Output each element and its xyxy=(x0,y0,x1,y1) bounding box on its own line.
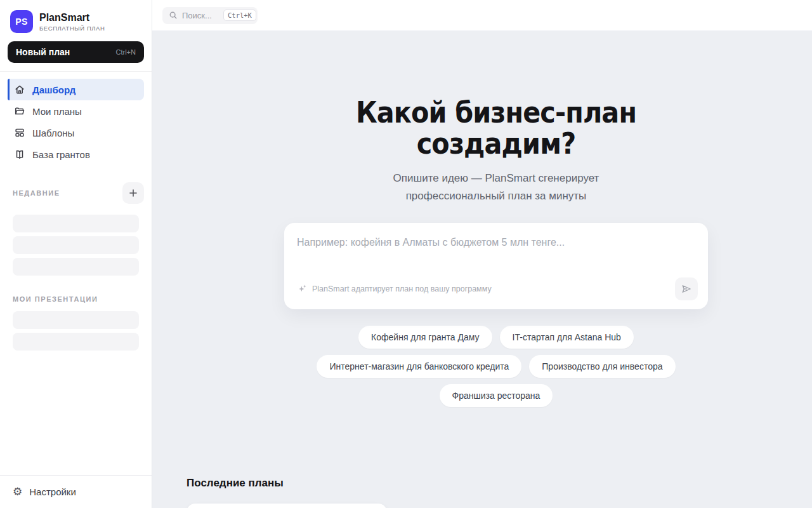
hero: Какой бизнес-план создадим? Опишите идею… xyxy=(284,97,708,407)
sparkles-icon xyxy=(297,284,307,294)
send-icon xyxy=(681,283,692,295)
search-box[interactable]: Ctrl+K xyxy=(162,7,258,24)
sidebar: PS PlanSmart БЕСПЛАТНЫЙ ПЛАН Новый план … xyxy=(0,0,152,508)
folder-icon xyxy=(14,105,25,117)
new-plan-shortcut: Ctrl+N xyxy=(116,48,136,56)
presentations-skeleton-list xyxy=(0,303,152,351)
presentations-section-title: МОИ ПРЕЗЕНТАЦИИ xyxy=(13,295,98,303)
recent-plan-skeleton xyxy=(13,258,139,276)
plan-badge: БЕСПЛАТНЫЙ ПЛАН xyxy=(39,25,105,32)
suggestion-chip[interactable]: Кофейня для гранта Даму xyxy=(358,326,492,349)
search-shortcut-badge: Ctrl+K xyxy=(223,10,256,21)
composer-hint: PlanSmart адаптирует план под вашу прогр… xyxy=(312,284,492,293)
new-plan-label: Новый план xyxy=(16,47,70,57)
main-area: Ctrl+K Какой бизнес-план создадим? Опиши… xyxy=(152,0,812,508)
send-button[interactable] xyxy=(675,277,698,300)
templates-icon xyxy=(14,127,25,138)
home-icon xyxy=(14,84,25,95)
plus-icon xyxy=(128,188,138,198)
settings-label: Настройки xyxy=(29,486,76,497)
search-icon xyxy=(169,11,178,20)
composer-footer: PlanSmart адаптирует план под вашу прогр… xyxy=(297,277,698,300)
idea-input[interactable] xyxy=(297,237,695,272)
suggestion-chip[interactable]: Интернет-магазин для банковского кредита xyxy=(317,355,521,378)
search-input[interactable] xyxy=(182,11,219,20)
page-title-line1: Какой бизнес-план xyxy=(310,97,683,128)
sidebar-item-templates[interactable]: Шаблоны xyxy=(8,122,144,144)
brand-name: PlanSmart xyxy=(39,12,105,23)
gear-icon: ⚙ xyxy=(13,486,22,497)
sidebar-header: PS PlanSmart БЕСПЛАТНЫЙ ПЛАН Новый план … xyxy=(0,0,152,72)
book-open-icon xyxy=(14,149,25,160)
new-plan-button[interactable]: Новый план Ctrl+N xyxy=(8,41,144,63)
recent-section-header: НЕДАВНИЕ xyxy=(0,182,152,204)
sidebar-item-label: Мои планы xyxy=(32,106,82,117)
recent-plan-skeleton xyxy=(13,215,139,232)
recent-section-title: НЕДАВНИЕ xyxy=(13,189,60,197)
brand-logo: PS xyxy=(10,10,33,33)
sidebar-nav: Дашборд Мои планы Шаблоны xyxy=(0,72,152,165)
presentation-skeleton xyxy=(13,333,139,351)
plan-card[interactable] xyxy=(187,504,387,508)
presentation-skeleton xyxy=(13,311,139,329)
topbar: Ctrl+K xyxy=(152,0,812,30)
suggestion-chip[interactable]: IT-стартап для Astana Hub xyxy=(500,326,634,349)
brand: PS PlanSmart БЕСПЛАТНЫЙ ПЛАН xyxy=(8,10,144,33)
sidebar-item-grants[interactable]: База грантов xyxy=(8,144,144,165)
suggestion-chips: Кофейня для гранта Даму IT-стартап для A… xyxy=(306,326,686,407)
recent-skeleton-list xyxy=(0,204,152,276)
idea-composer: PlanSmart адаптирует план под вашу прогр… xyxy=(284,223,708,309)
add-recent-button[interactable] xyxy=(122,182,144,204)
recent-plans-section: Последние планы xyxy=(152,477,812,508)
content: Какой бизнес-план создадим? Опишите идею… xyxy=(152,30,812,508)
sidebar-item-label: Шаблоны xyxy=(32,128,74,138)
settings-button[interactable]: ⚙ Настройки xyxy=(0,475,152,508)
recent-plan-skeleton xyxy=(13,236,139,254)
sidebar-item-dashboard[interactable]: Дашборд xyxy=(8,79,144,100)
page-subtitle: Опишите идею — PlanSmart сгенерирует про… xyxy=(369,170,623,205)
page-title-line2: создадим? xyxy=(310,128,683,159)
sidebar-item-label: Дашборд xyxy=(32,84,75,95)
page-title: Какой бизнес-план создадим? xyxy=(310,97,683,159)
suggestion-chip[interactable]: Франшиза ресторана xyxy=(440,384,553,407)
recent-plans-title: Последние планы xyxy=(187,477,812,490)
sidebar-item-label: База грантов xyxy=(32,149,90,160)
presentations-section-header: МОИ ПРЕЗЕНТАЦИИ xyxy=(0,295,152,303)
suggestion-chip[interactable]: Производство для инвестора xyxy=(529,355,675,378)
sidebar-item-my-plans[interactable]: Мои планы xyxy=(8,100,144,122)
